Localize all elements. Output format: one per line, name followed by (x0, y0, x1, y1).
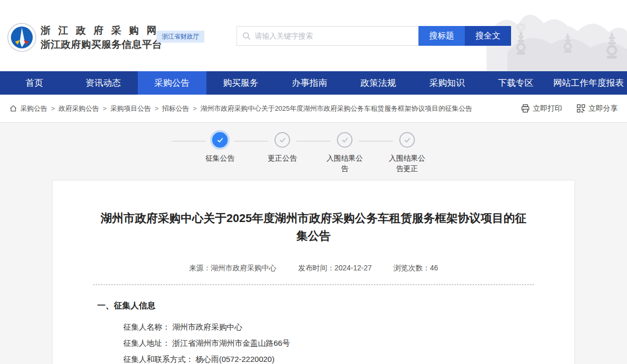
site-brand[interactable]: 浙江政府采购网 浙江政府购买服务信息平台 (7, 23, 164, 52)
article-card: 湖州市政府采购中心关于2025年度湖州市政府采购公务车租赁服务框架协议项目的征集… (52, 180, 575, 364)
step-connector (359, 141, 393, 141)
step-check-icon (337, 132, 352, 148)
step-label: 入围结果公告 (324, 153, 365, 174)
site-subtitle: 浙江政府购买服务信息平台 (41, 37, 164, 51)
step-label: 征集公告 (199, 153, 241, 163)
search-icon (242, 32, 251, 40)
nav-item[interactable]: 采购知识 (413, 71, 481, 95)
nav-item-label: 购买服务 (223, 77, 258, 89)
step-check-icon (212, 132, 228, 148)
meta-publish-date: 发布时间：2024-12-27 (298, 264, 372, 273)
meta-view-count: 浏览次数：46 (394, 264, 438, 273)
dashed-divider (93, 284, 534, 285)
meta-source: 来源：湖州市政府采购中心 (189, 264, 276, 273)
breadcrumb-item[interactable]: 采购项目公告 (99, 104, 151, 113)
nav-item-label: 采购知识 (429, 77, 465, 89)
nav-item[interactable]: 办事指南 (275, 71, 344, 95)
step-label: 入围结果公告更正 (386, 153, 428, 174)
breadcrumb-bar: 采购公告 政府采购公告 采购项目公告 招标公告 湖州市政府采购中心关于2025年… (0, 95, 627, 123)
nav-item[interactable]: 首页 (0, 71, 69, 95)
main-nav: 首页 资讯动态 采购公告 购买服务 办事指南 政策法规 采购知识 下载专区 网站… (0, 71, 627, 95)
step[interactable]: 更正公告 (251, 132, 314, 174)
section-heading: 一、征集人信息 (97, 301, 534, 311)
printer-icon (521, 104, 530, 113)
qrcode-icon (577, 104, 585, 113)
step-connector (296, 141, 331, 141)
nav-item-label: 资讯动态 (85, 77, 121, 89)
step-connector (172, 141, 206, 141)
step[interactable]: 入围结果公告更正 (376, 132, 438, 174)
breadcrumb-item[interactable]: 政府采购公告 (47, 104, 99, 113)
breadcrumb-item[interactable]: 招标公告 (151, 104, 189, 113)
nav-item[interactable]: 下载专区 (481, 71, 550, 95)
search-fulltext-button[interactable]: 搜全文 (465, 26, 511, 46)
nav-item[interactable]: 网站工作年度报表 (550, 71, 627, 95)
breadcrumb-item[interactable]: 湖州市政府采购中心关于2025年度湖州市政府采购公务车租赁服务框架协议项目的征集… (189, 104, 473, 113)
share-button[interactable]: 立即分享 (577, 104, 618, 113)
nav-item[interactable]: 购买服务 (206, 71, 275, 95)
site-title: 浙江政府采购网 (41, 23, 164, 37)
nav-item-label: 首页 (25, 77, 43, 89)
nav-item[interactable]: 采购公告 (138, 71, 206, 95)
info-line: 征集人和联系方式： 杨心雨(0572-2220020) (123, 351, 534, 364)
site-header: 浙江政府采购网 浙江政府购买服务信息平台 浙江省财政厅 搜标题 搜全文 (0, 0, 627, 71)
step[interactable]: 征集公告 (189, 132, 251, 174)
step-connector (234, 141, 268, 141)
article-meta: 来源：湖州市政府采购中心 发布时间：2024-12-27 浏览次数：46 (93, 264, 534, 273)
site-logo-icon (7, 23, 36, 52)
search-bar: 搜标题 搜全文 (237, 26, 511, 46)
section-lines: 征集人名称： 湖州市政府采购中心 征集人地址： 浙江省湖州市湖州市金盖山路66号… (123, 319, 534, 364)
breadcrumb: 采购公告 政府采购公告 采购项目公告 招标公告 湖州市政府采购中心关于2025年… (20, 104, 472, 113)
home-icon[interactable] (9, 105, 17, 112)
article-title: 湖州市政府采购中心关于2025年度湖州市政府采购公务车租赁服务框架协议项目的征集… (98, 210, 529, 245)
search-box[interactable] (237, 26, 419, 46)
announcement-steps: 征集公告 更正公告 入围结果公告 (0, 123, 627, 174)
nav-item[interactable]: 政策法规 (344, 71, 412, 95)
step-label: 更正公告 (262, 153, 303, 163)
step-check-icon (275, 132, 290, 148)
nav-item[interactable]: 资讯动态 (69, 71, 137, 95)
step[interactable]: 入围结果公告 (314, 132, 376, 174)
nav-item-label: 采购公告 (154, 77, 190, 89)
nav-item-label: 下载专区 (498, 77, 533, 89)
nav-list: 首页 资讯动态 采购公告 购买服务 办事指南 政策法规 采购知识 下载专区 网站… (0, 71, 627, 95)
nav-item-label: 办事指南 (292, 77, 327, 89)
breadcrumb-item[interactable]: 采购公告 (20, 104, 47, 113)
step-check-icon (399, 132, 415, 148)
nav-item-label: 政策法规 (360, 77, 396, 89)
info-line: 征集人名称： 湖州市政府采购中心 (123, 319, 534, 335)
info-line: 征集人地址： 浙江省湖州市湖州市金盖山路66号 (123, 335, 534, 351)
authority-badge: 浙江省财政厅 (156, 31, 204, 43)
search-input[interactable] (255, 32, 413, 40)
nav-item-label: 网站工作年度报表 (553, 77, 624, 89)
search-title-button[interactable]: 搜标题 (419, 26, 465, 46)
print-button[interactable]: 立即打印 (521, 104, 562, 113)
